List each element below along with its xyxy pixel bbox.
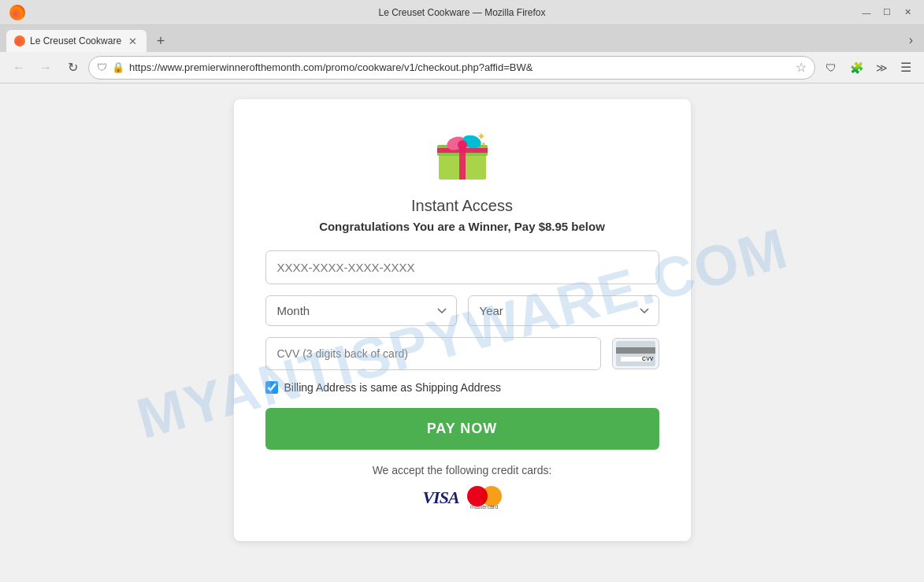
url-text: https://www.premierwinnerofthemonth.com/…	[129, 61, 791, 73]
cvv-row: CVV	[265, 337, 659, 370]
mc-circle-right	[481, 486, 502, 506]
nav-bar: ← → ↻ 🛡 🔒 https://www.premierwinnerofthe…	[0, 52, 924, 83]
new-tab-button[interactable]: +	[150, 30, 172, 52]
cvv-card-visual: CVV	[616, 341, 655, 366]
shield-icon: 🛡	[97, 61, 107, 73]
expiry-row: Month January February March April May J…	[265, 295, 659, 326]
forward-button[interactable]: →	[35, 57, 57, 79]
nav-right-buttons: 🛡 🧩 ≫ ☰	[820, 57, 916, 79]
titlebar-title: Le Creuset Cookware — Mozilla Firefox	[378, 7, 545, 18]
credit-card-logos: VISA mastercard	[422, 486, 501, 510]
lock-icon: 🔒	[112, 61, 124, 73]
form-title: Instant Access	[411, 197, 513, 215]
url-bar[interactable]: 🛡 🔒 https://www.premierwinnerofthemonth.…	[88, 56, 815, 80]
svg-text:✦: ✦	[481, 140, 487, 148]
tab-list-button[interactable]: ›	[904, 32, 918, 49]
tab-favicon	[14, 35, 25, 46]
billing-label: Billing Address is same as Shipping Addr…	[284, 381, 501, 394]
expand-button[interactable]: ≫	[870, 57, 892, 79]
svg-point-6	[458, 140, 467, 150]
gift-icon: ✦ ✦	[431, 123, 494, 186]
browser-titlebar: Le Creuset Cookware — Mozilla Firefox — …	[0, 0, 924, 25]
billing-checkbox[interactable]	[265, 381, 278, 394]
form-fields: Month January February March April May J…	[265, 250, 659, 450]
extensions-button[interactable]: 🧩	[845, 57, 867, 79]
visa-logo: VISA	[422, 487, 458, 508]
mastercard-circles	[467, 486, 502, 503]
firefox-icon	[9, 5, 25, 20]
mastercard-logo: mastercard	[467, 486, 502, 510]
cvv-number-label: CVV	[642, 356, 653, 361]
cvv-card-stripe	[616, 347, 655, 354]
tab-close-button[interactable]: ✕	[126, 35, 139, 47]
tab-label: Le Creuset Cookware	[30, 35, 121, 46]
back-button[interactable]: ←	[8, 57, 30, 79]
active-tab[interactable]: Le Creuset Cookware ✕	[6, 30, 147, 52]
checkout-card: ✦ ✦ Instant Access Congratulations You a…	[234, 99, 691, 541]
month-select[interactable]: Month January February March April May J…	[265, 295, 457, 326]
pay-now-button[interactable]: PAY NOW	[265, 408, 659, 450]
form-subtitle: Congratulations You are a Winner, Pay $8…	[319, 220, 605, 233]
cvv-card-image: CVV	[612, 338, 659, 369]
tab-bar: Le Creuset Cookware ✕ + ›	[0, 25, 924, 52]
maximize-button[interactable]: ☐	[880, 6, 894, 20]
page-content: MYANTISPYWARE.COM ✦ ✦	[0, 83, 924, 582]
billing-row: Billing Address is same as Shipping Addr…	[265, 381, 659, 394]
container-icon[interactable]: 🛡	[820, 57, 842, 79]
year-select[interactable]: Year 2024 2025 2026 2027 2028 2029 2030 …	[468, 295, 659, 326]
bookmark-star-icon[interactable]: ☆	[796, 60, 807, 75]
credit-cards-text: We accept the following credit cards:	[373, 464, 552, 476]
minimize-button[interactable]: —	[859, 6, 874, 20]
close-button[interactable]: ✕	[900, 6, 915, 20]
window-controls: — ☐ ✕	[859, 6, 915, 20]
tab-menu: ›	[904, 32, 918, 52]
cvv-input[interactable]	[265, 337, 601, 370]
hamburger-menu-button[interactable]: ☰	[896, 57, 916, 78]
card-number-input[interactable]	[265, 250, 659, 284]
reload-button[interactable]: ↻	[61, 57, 83, 79]
